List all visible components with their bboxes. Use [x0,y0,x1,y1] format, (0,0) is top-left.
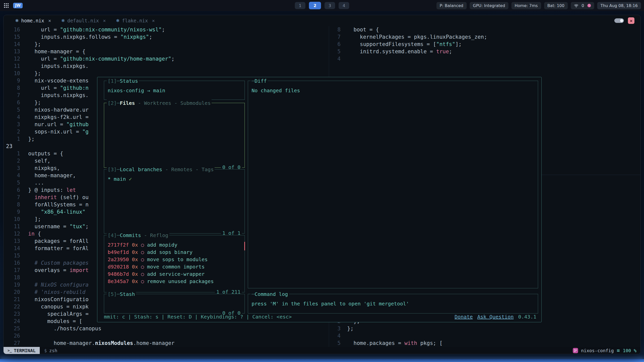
workspace-button-2[interactable]: 2 [309,2,321,9]
shell-icon: $ [44,348,47,353]
nix-snowflake-icon: ❄ [61,18,65,23]
statusline: >_ TERMINAL $ zsh nixos-config ≡ 100 % [4,347,640,354]
line-number: 2 [4,128,20,135]
workspace-button-1[interactable]: 1 [295,2,305,9]
line-number: 14 [4,245,20,252]
tab-label: home.nix [21,18,44,23]
tab-close-icon[interactable]: × [103,18,106,23]
branches-panel-title: [3]─Local branches - Remotes - Tags [107,166,215,173]
commit-graph-node: ○ [141,242,144,248]
ask-question-link[interactable]: Ask Question [477,313,514,321]
branch-item[interactable]: * main ✓ [108,176,132,182]
tab-close-icon[interactable]: × [152,18,155,23]
line-number: 3 [329,325,341,332]
top-status-bar: JW 1234 P: BalancedGPU: IntegratedHome: … [0,0,644,11]
commit-message: remove unused packages [147,278,214,284]
code-line: 16 url = "github:nix-community/nixos-wsl… [4,26,329,33]
clock: Thu Aug 08, 18:16 [597,2,641,9]
code-line: 13 home-manager = { [4,48,329,55]
code-line: 26 [4,332,329,340]
lazygit-files-panel[interactable]: [2]─Files - Worktrees - Submodules 0 of … [104,103,245,168]
commit-row[interactable]: 8e345a7 0x ○ remove unused packages [108,278,241,285]
line-number: 7 [4,194,20,201]
workspace-button-3[interactable]: 3 [325,2,335,9]
command-log-title: ─Command log [251,291,289,298]
lazygit-branches-panel[interactable]: [3]─Local branches - Remotes - Tags * ma… [104,169,245,234]
app-launcher-icon[interactable] [3,2,10,9]
code-line: 3}; [329,325,640,332]
commits-scrollbar[interactable] [244,242,245,250]
lazygit-diff-panel[interactable]: ─Diff No changed files [248,81,538,288]
line-number: 4 [329,55,341,63]
buffer-tab-bar: ❄home.nix×❄default.nix×❄flake.nix× × [4,15,640,26]
code-line: 8 boot = { [329,26,640,33]
line-number: 15 [4,252,20,259]
line-number: 12 [4,55,20,63]
tab-home.nix[interactable]: ❄home.nix× [11,15,57,26]
line-number: 13 [4,238,20,245]
line-number: 7 [4,92,20,99]
code-line: 5 home.packages = with pkgs; [ [329,340,640,347]
status-segment: GPU: Integrated [470,2,508,9]
commit-row[interactable]: 2717f2f 0x ○ add mopidy [108,241,241,249]
line-number: 16 [4,259,20,267]
line-number: 14 [4,41,20,48]
code-line: 4 [329,332,640,340]
editor-window: ❄home.nix×❄default.nix×❄flake.nix× × 16 … [3,15,641,354]
commit-hash: 9486b7d [108,271,129,277]
toggle-switch[interactable] [614,18,624,23]
status-panel-title: [1]─Status [107,77,139,85]
nix-snowflake-icon: ❄ [15,18,19,23]
commit-row[interactable]: d920218 0x ○ move common imports [108,263,241,270]
line-number: 3 [4,121,20,128]
line-number: 7 [329,33,341,41]
git-repo-name: nixos-config [581,348,614,353]
window-close-button[interactable]: × [628,17,634,24]
commit-hash: 2a23950 [108,256,129,262]
tab-default.nix[interactable]: ❄default.nix× [57,15,112,26]
line-number: 3 [4,165,20,172]
shell-segment: $ zsh [40,347,62,354]
code-line: 25 ./hosts/canopus [4,325,329,332]
toggle-knob [620,19,623,22]
commit-row[interactable]: b49ef1d 0x ○ add sops binary [108,249,241,256]
line-number: 17 [4,267,20,274]
code-line: 10 }; [4,70,329,77]
line-number: 5 [4,106,20,114]
line-number: 8 [4,201,20,208]
stash-panel-title: [5]─Stash [107,291,136,298]
code-line: 11 inputs.nixpkgs. [4,63,329,70]
commit-row[interactable]: 2a23950 0x ○ move sops to modules [108,256,241,263]
wifi-icon [574,4,579,8]
line-number: 6 [4,99,20,106]
git-branch-icon [573,348,578,353]
tab-flake.nix[interactable]: ❄flake.nix× [112,15,161,26]
lazygit-commits-panel[interactable]: [4]─Commits - Reflog 2717f2f 0x ○ add mo… [104,235,245,292]
line-number: 6 [329,41,341,48]
palette-icon [587,4,591,8]
line-number: 11 [4,63,20,70]
commit-graph-node: ○ [141,271,144,277]
wallpaper-glow-strip [0,359,644,362]
lazygit-stash-panel[interactable]: [5]─Stash 0 of 0 [104,294,245,313]
commit-author: 0x [132,271,138,277]
statusline-right: nixos-config ≡ 100 % [573,347,640,354]
lazygit-status-panel[interactable]: [1]─Status nixos-config → main [104,81,245,100]
tab-close-icon[interactable]: × [48,18,51,23]
commit-graph-node: ○ [141,264,144,270]
code-line: 7 kernelPackages = pkgs.linuxPackages_ze… [329,33,640,41]
line-number: 12 [4,230,20,238]
keybinding-hints: mmit: c | Stash: s | Reset: D | Keybindi… [104,313,292,321]
line-number: 8 [4,84,20,92]
line-number: 21 [4,296,20,303]
status-segment: Bat: 100 [544,2,568,9]
tab-label: flake.nix [122,18,148,23]
workspace-button-4[interactable]: 4 [339,2,349,9]
commit-message: move common imports [147,264,205,270]
commit-graph-node: ○ [141,278,144,284]
lines-icon: ≡ [617,347,620,353]
commits-panel-title: [4]─Commits - Reflog [107,232,169,239]
donate-link[interactable]: Donate [455,313,473,321]
line-number: 5 [4,179,20,187]
commit-row[interactable]: 9486b7d 0x ○ add service-wrapper [108,270,241,278]
